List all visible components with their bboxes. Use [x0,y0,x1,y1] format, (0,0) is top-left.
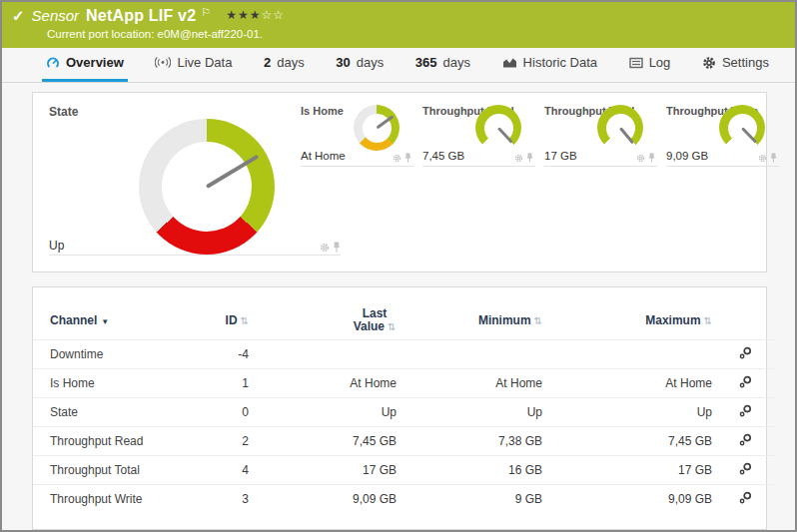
cell-channel: Is Home [33,369,201,398]
cell-last-value: At Home [253,369,400,398]
mini-gauge-throughput-total: Throughput Total 17 GB [544,103,657,167]
channels-table-panel: Channel▼ ID⇅ Last Value⇅ Minimum⇅ Maximu… [32,286,767,530]
status-ok-check-icon: ✓ [12,6,25,26]
gauge-settings-gear-icon[interactable] [636,154,645,163]
live-data-icon [155,56,171,69]
tab-live-data[interactable]: Live Data [151,48,236,82]
cell-maximum: Up [546,398,716,427]
tab-settings[interactable]: Settings [698,48,773,82]
cell-maximum: 7,45 GB [546,427,716,456]
gauge-settings-gear-icon[interactable] [758,154,767,163]
gear-icon [702,56,716,70]
throughput-read-gauge [475,105,521,151]
mini-gauge-value: 17 GB [544,150,577,162]
gauge-pin-icon[interactable] [404,153,411,163]
cell-minimum: 9 GB [400,485,546,514]
table-row-state: State 0 Up Up Up [33,398,774,427]
cell-id: 3 [201,485,253,514]
cell-maximum: 17 GB [546,456,716,485]
cell-id: 2 [201,427,253,456]
column-header-last-value[interactable]: Last Value⇅ [253,307,400,340]
column-header-maximum[interactable]: Maximum⇅ [546,307,716,340]
edit-channel-icon[interactable] [739,346,752,362]
tab-30-days-label: days [357,55,384,70]
channels-table: Channel▼ ID⇅ Last Value⇅ Minimum⇅ Maximu… [33,307,774,514]
tab-settings-label: Settings [722,55,769,70]
gauges-panel: State Up Is Home [32,92,767,272]
cell-minimum: 16 GB [400,456,546,485]
tab-log-label: Log [649,55,671,70]
column-header-last-value-label: Last Value [354,306,388,333]
tab-365-days-number: 365 [415,55,437,70]
cell-channel: State [33,398,201,427]
edit-channel-icon[interactable] [739,404,752,420]
gauge-pin-icon[interactable] [333,242,341,253]
edit-channel-icon[interactable] [739,462,752,478]
gauge-pin-icon[interactable] [648,153,655,163]
tab-bar: Overview Live Data 2 days 30 days 365 da… [2,48,795,83]
table-row-downtime: Downtime -4 [33,340,774,369]
priority-stars-empty: ☆☆ [261,8,285,22]
tab-historic-data[interactable]: Historic Data [498,48,601,82]
table-row-throughput-read: Throughput Read 2 7,45 GB 7,38 GB 7,45 G… [33,427,774,456]
throughput-write-gauge [719,105,765,151]
tab-2-days-label: days [277,55,304,70]
cell-channel: Throughput Write [33,485,201,514]
tab-overview[interactable]: Overview [42,48,128,82]
sensor-kind-label: Sensor [32,6,80,26]
cell-id: 0 [201,398,253,427]
tab-2-days[interactable]: 2 days [260,48,309,82]
sensor-window: ✓ Sensor NetApp LIF v2 ⚐ ★★★☆☆ Current p… [0,0,797,532]
area-chart-icon [502,56,517,69]
column-header-minimum-label: Minimum [478,313,531,327]
cell-last-value: 9,09 GB [253,485,400,514]
tab-30-days[interactable]: 30 days [332,48,388,82]
cell-minimum: Up [400,398,546,427]
state-gauge-block: State Up [45,103,295,262]
tab-365-days[interactable]: 365 days [411,48,474,82]
gauge-settings-gear-icon[interactable] [320,243,330,253]
column-header-edit [716,307,774,340]
column-header-maximum-label: Maximum [645,313,700,327]
column-header-minimum[interactable]: Minimum⇅ [400,307,546,340]
gauge-settings-gear-icon[interactable] [514,154,523,163]
gauge-pin-icon[interactable] [526,153,533,163]
log-icon [629,57,643,69]
column-header-id[interactable]: ID⇅ [201,307,253,340]
edit-channel-icon[interactable] [739,433,752,449]
cell-minimum: At Home [400,369,546,398]
cell-last-value: 7,45 GB [253,427,400,456]
throughput-total-gauge [597,105,643,151]
state-gauge [139,119,275,255]
mini-gauge-is-home: Is Home At Home [301,103,413,167]
mini-gauge-value: 7,45 GB [422,150,464,162]
mini-gauge-value: 9,09 GB [666,150,708,162]
tab-live-data-label: Live Data [177,55,232,70]
mini-gauge-throughput-read: Throughput Read 7,45 GB [422,103,535,167]
tab-log[interactable]: Log [625,48,675,82]
sensor-title: NetApp LIF v2 [86,6,196,26]
cell-minimum: 7,38 GB [400,427,546,456]
gauge-pin-icon[interactable] [770,153,777,163]
gauge-settings-gear-icon[interactable] [393,154,401,163]
table-row-throughput-total: Throughput Total 4 17 GB 16 GB 17 GB [33,456,774,485]
tab-365-days-label: days [443,55,470,70]
column-header-channel[interactable]: Channel▼ [33,307,201,340]
table-row-throughput-write: Throughput Write 3 9,09 GB 9 GB 9,09 GB [33,485,774,514]
flag-icon[interactable]: ⚐ [201,2,211,22]
cell-maximum: At Home [546,369,716,398]
cell-id: 4 [201,456,253,485]
cell-id: 1 [201,369,253,398]
priority-stars[interactable]: ★★★☆☆ [226,5,285,25]
mini-gauges-row: Is Home At Home Throughput Read [301,103,779,262]
tab-30-days-number: 30 [336,55,350,70]
sort-icon: ⇅ [388,321,396,332]
table-header-row: Channel▼ ID⇅ Last Value⇅ Minimum⇅ Maximu… [33,307,774,340]
cell-channel: Throughput Total [33,456,201,485]
state-gauge-label: State [49,105,78,119]
edit-channel-icon[interactable] [739,375,752,391]
cell-maximum: 9,09 GB [546,485,716,514]
cell-last-value: 17 GB [253,456,400,485]
edit-channel-icon[interactable] [739,491,752,507]
tab-overview-label: Overview [66,55,124,70]
